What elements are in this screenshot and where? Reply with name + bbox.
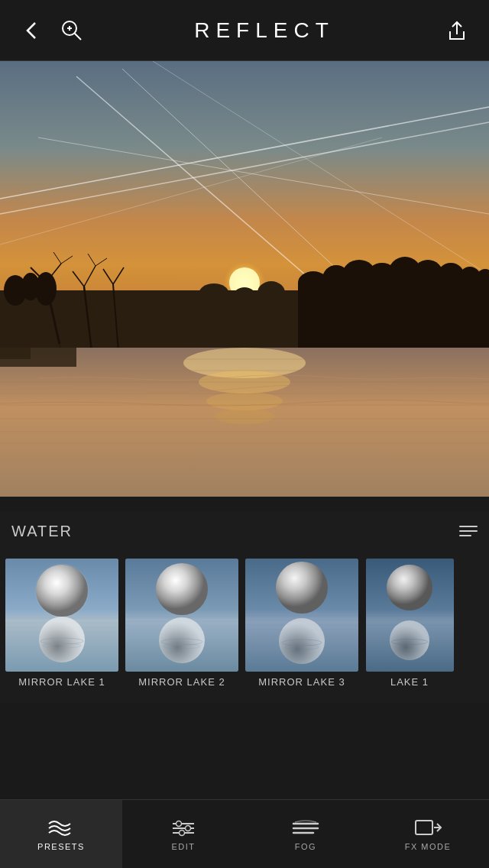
preset-lake-1[interactable]: LAKE 1 — [364, 559, 455, 695]
svg-rect-60 — [0, 329, 31, 359]
preset-mirror-lake-2[interactable]: MIRROR LAKE 2 — [124, 559, 240, 695]
svg-point-44 — [233, 287, 256, 306]
toolbar-fx-mode[interactable]: FX MODE — [367, 800, 489, 868]
svg-point-67 — [36, 565, 88, 617]
toolbar-presets-label: PRESETS — [37, 842, 85, 851]
svg-point-101 — [180, 830, 185, 835]
preset-thumb-lake-1 — [366, 559, 454, 672]
svg-point-76 — [156, 563, 208, 615]
toolbar-fog[interactable]: FOG — [244, 800, 367, 868]
svg-point-19 — [35, 272, 57, 306]
svg-point-50 — [214, 409, 275, 424]
category-menu-button[interactable] — [459, 526, 478, 536]
app-header: REFLECT — [0, 0, 489, 61]
svg-point-68 — [39, 617, 85, 662]
svg-point-93 — [387, 565, 432, 611]
toolbar-edit[interactable]: EDIT — [122, 800, 244, 868]
share-button[interactable] — [440, 14, 474, 47]
preset-mirror-lake-3[interactable]: MIRROR LAKE 3 — [244, 559, 360, 695]
preset-label-lake-1: LAKE 1 — [390, 676, 429, 688]
zoom-button[interactable] — [55, 14, 89, 47]
svg-line-1 — [74, 33, 81, 40]
gap-area — [0, 497, 489, 512]
preset-label-mirror-lake-3: MIRROR LAKE 3 — [258, 676, 345, 688]
preset-mirror-lake-1[interactable]: MIRROR LAKE 1 — [4, 559, 120, 695]
svg-point-99 — [176, 821, 182, 826]
bottom-toolbar: PRESETS EDIT FOG FX — [0, 799, 489, 868]
category-title: WATER — [11, 523, 73, 540]
toolbar-edit-label: EDIT — [171, 842, 195, 851]
svg-point-43 — [199, 283, 229, 305]
category-header: WATER — [0, 512, 489, 550]
svg-point-77 — [159, 617, 205, 663]
back-button[interactable] — [15, 14, 49, 47]
app-title: REFLECT — [89, 18, 440, 43]
preset-thumb-mirror-lake-1 — [5, 559, 118, 672]
svg-point-85 — [276, 562, 328, 614]
preset-thumb-mirror-lake-3 — [245, 559, 358, 672]
svg-rect-33 — [298, 283, 489, 351]
svg-rect-105 — [416, 821, 432, 834]
preset-thumb-mirror-lake-2 — [125, 559, 238, 672]
toolbar-presets[interactable]: PRESETS — [0, 800, 122, 868]
presets-row: MIRROR LAKE 1 — [0, 550, 489, 703]
preset-label-mirror-lake-2: MIRROR LAKE 2 — [138, 676, 225, 688]
svg-point-45 — [257, 281, 285, 304]
main-image — [0, 61, 489, 497]
toolbar-fog-label: FOG — [295, 842, 316, 851]
preset-label-mirror-lake-1: MIRROR LAKE 1 — [18, 676, 105, 688]
toolbar-fx-mode-label: FX MODE — [405, 842, 452, 851]
svg-point-100 — [186, 825, 191, 831]
svg-point-49 — [206, 392, 283, 410]
